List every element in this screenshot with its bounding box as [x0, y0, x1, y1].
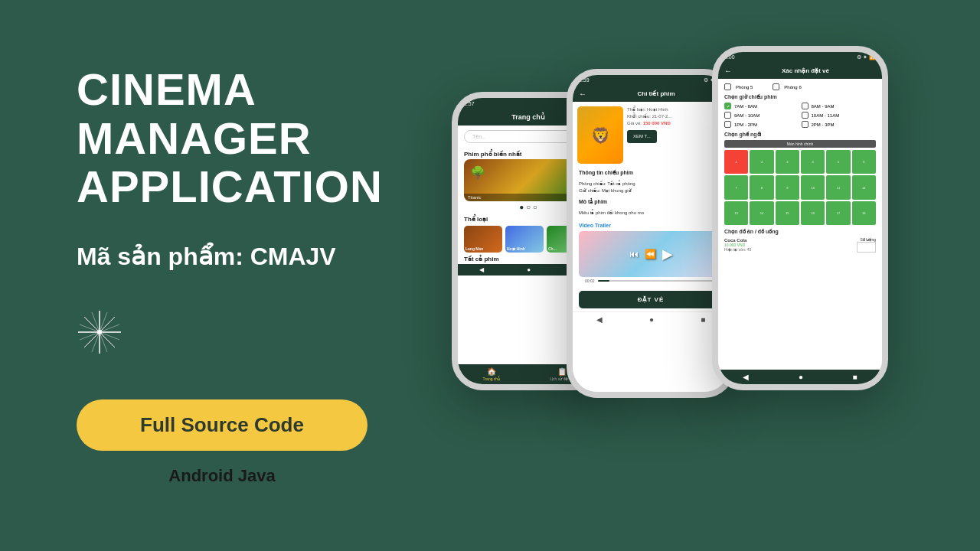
home-icon: 🏠 — [487, 367, 496, 376]
history-icon: 📋 — [557, 367, 567, 376]
phone-2: 2:59 ⚙ ✦ 📶 ← Chi tiết phim 🦁 Thể loại: H… — [567, 69, 735, 398]
home-btn[interactable]: ● — [649, 315, 654, 324]
p3-time-9am[interactable]: 9AM - 10AM — [724, 112, 799, 119]
seat-9[interactable]: 9 — [776, 175, 799, 199]
p2-info-title: Thông tin chiếu phim — [573, 168, 729, 178]
phone-2-screen: 2:59 ⚙ ✦ 📶 ← Chi tiết phim 🦁 Thể loại: H… — [573, 75, 729, 392]
p2-prev-btn[interactable]: ⏮ — [629, 249, 639, 259]
p3-qty-input[interactable] — [857, 242, 876, 253]
seat-18[interactable]: 18 — [852, 201, 876, 225]
p3-room-row: Phòng 5 Phòng 6 — [724, 83, 876, 90]
p3-toolbar: ← Xác nhận đặt vé — [718, 63, 882, 79]
recent-btn[interactable]: ■ — [853, 373, 858, 381]
product-code: Mã sản phẩm: CMAJV — [77, 242, 336, 271]
p3-time-1pm-checkbox[interactable] — [724, 121, 731, 128]
p3-room5-checkbox[interactable] — [724, 83, 731, 90]
p3-time-section-title: Chọn giờ chiếu phim — [724, 94, 876, 100]
p3-time-8am[interactable]: 8AM - 9AM — [802, 103, 877, 109]
p1-nav-home[interactable]: 🏠 Trang chủ — [483, 367, 501, 381]
p3-time-2pm[interactable]: 2PM - 3PM — [802, 121, 877, 128]
p2-rewind-btn[interactable]: ⏪ — [645, 249, 656, 259]
p3-time-1pm[interactable]: 1PM - 2PM — [724, 121, 799, 128]
seat-11[interactable]: 11 — [826, 175, 850, 199]
home-btn[interactable]: ● — [799, 373, 803, 381]
p3-seat-section-title: Chọn ghế ngồi — [724, 132, 876, 138]
p2-book-button[interactable]: ĐẶT VÉ — [579, 291, 723, 308]
p3-food-row: Coca Cola 10.000 VND Hiện tại còn: 45 Số… — [724, 237, 876, 253]
p2-android-nav: ◀ ● ■ — [573, 311, 729, 327]
p2-video-player[interactable]: ⏮ ⏪ ▶ — [579, 231, 723, 277]
phone-3: 3:00 ⚙ ✦ 📶 ← Xác nhận đặt vé Phòng 5 Phò… — [712, 46, 888, 390]
p2-info-section: Phòng chiếu: Tất cả phòng Giờ chiếu: Mọi… — [573, 178, 729, 197]
phone-3-screen: 3:00 ⚙ ✦ 📶 ← Xác nhận đặt vé Phòng 5 Phò… — [718, 52, 882, 384]
p3-seat-grid: 1 2 3 4 5 6 7 8 9 10 11 12 13 14 15 16 1 — [724, 150, 876, 225]
seat-2[interactable]: 2 — [750, 150, 773, 174]
p2-toolbar: ← Chi tiết phim — [573, 86, 729, 102]
p3-room6-checkbox[interactable] — [773, 83, 779, 90]
p2-progress-track[interactable] — [598, 280, 717, 282]
p3-time-8am-checkbox[interactable] — [802, 103, 808, 109]
p3-time-9am-checkbox[interactable] — [724, 112, 731, 119]
p3-time-grid: ✓ 7AM - 8AM 8AM - 9AM 9AM - 10AM 1 — [724, 103, 876, 128]
p2-desc-title: Mô tả phim — [573, 197, 729, 207]
p2-play-controls: ⏮ ⏪ ▶ — [629, 246, 673, 262]
seat-17[interactable]: 17 — [826, 201, 850, 225]
seat-10[interactable]: 10 — [801, 175, 825, 199]
p2-statusbar: 2:59 ⚙ ✦ 📶 — [573, 75, 729, 86]
back-btn[interactable]: ◀ — [596, 315, 603, 324]
p1-genre-2[interactable]: Hoạt Hình — [505, 226, 544, 253]
p3-time-7am[interactable]: ✓ 7AM - 8AM — [724, 103, 799, 109]
seat-3[interactable]: 3 — [776, 150, 799, 174]
back-icon[interactable]: ← — [579, 90, 586, 98]
seat-6[interactable]: 6 — [852, 150, 876, 174]
p2-video-section: Video Trailer ⏮ ⏪ ▶ 00:02 — [573, 220, 729, 288]
p3-time-10am[interactable]: 10AM - 11AM — [802, 112, 877, 119]
p3-back-icon[interactable]: ← — [724, 67, 732, 75]
p2-video-title: Video Trailer — [579, 223, 723, 228]
p2-movie-poster: 🦁 — [577, 106, 623, 164]
p2-buy-button[interactable]: XEM T... — [627, 130, 657, 143]
p2-movie-info: Thể loại: Hoạt Hình Khởi chiếu: 21-07-2.… — [627, 106, 671, 164]
p2-movie-detail: 🦁 Thể loại: Hoạt Hình Khởi chiếu: 21-07-… — [573, 102, 729, 168]
seat-15[interactable]: 15 — [776, 201, 799, 225]
seat-14[interactable]: 14 — [750, 201, 773, 225]
app-title: CINEMA MANAGER APPLICATION — [77, 65, 444, 211]
p3-statusbar: 3:00 ⚙ ✦ 📶 — [718, 52, 882, 63]
seat-4[interactable]: 4 — [801, 150, 825, 174]
p3-screen-label: Màn hình chính — [724, 140, 876, 148]
seat-8[interactable]: 8 — [750, 175, 773, 199]
seat-12[interactable]: 12 — [852, 175, 876, 199]
phones-area: 2:57 ⚙ ✦ 📶 Trang chủ Tên... Phim phổ biế… — [429, 0, 980, 551]
full-source-code-button[interactable]: Full Source Code — [77, 399, 368, 451]
p2-desc: Miêu tả phim đối khong nhu mo — [573, 207, 729, 220]
p3-android-nav: ◀ ● ■ — [718, 370, 882, 384]
back-btn[interactable]: ◀ — [743, 373, 749, 381]
p2-progress-fill — [598, 280, 610, 282]
seat-7[interactable]: 7 — [724, 175, 748, 199]
star-decoration — [77, 309, 122, 361]
back-btn[interactable]: ◀ — [479, 266, 484, 273]
recent-btn[interactable]: ■ — [701, 315, 705, 324]
p3-time-10am-checkbox[interactable] — [802, 112, 808, 119]
seat-16[interactable]: 16 — [801, 201, 825, 225]
p3-food-section-title: Chọn đồ ăn / đồ uống — [724, 229, 876, 235]
platform-label: Android Java — [77, 466, 368, 486]
seat-1[interactable]: 1 — [724, 150, 748, 174]
p3-time-7am-checkbox[interactable]: ✓ — [724, 103, 731, 109]
p2-play-btn[interactable]: ▶ — [662, 246, 673, 262]
seat-13[interactable]: 13 — [724, 201, 748, 225]
p1-genre-1[interactable]: Lang Man — [464, 226, 502, 253]
svg-point-8 — [97, 330, 102, 334]
seat-5[interactable]: 5 — [826, 150, 850, 174]
p3-time-2pm-checkbox[interactable] — [802, 121, 808, 128]
home-btn[interactable]: ● — [527, 266, 531, 273]
left-panel: CINEMA MANAGER APPLICATION Mã sản phẩm: … — [46, 0, 475, 551]
p2-progress-bar: 00:02 — [579, 277, 723, 285]
p3-content: Phòng 5 Phòng 6 Chọn giờ chiếu phim ✓ 7A… — [718, 79, 882, 257]
